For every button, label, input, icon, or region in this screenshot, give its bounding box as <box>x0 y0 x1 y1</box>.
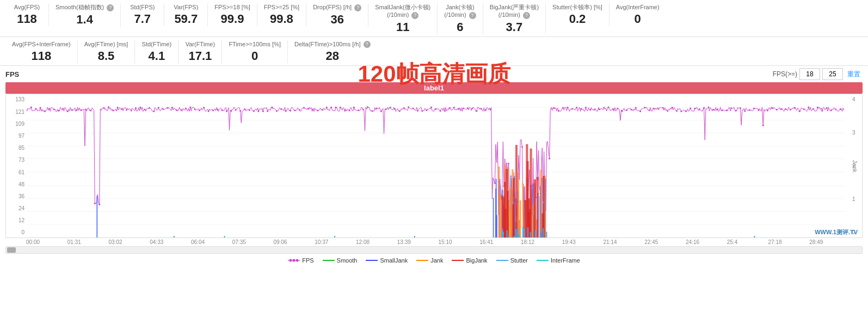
stat2-label-2: Std(FTime) <box>142 40 172 48</box>
svg-point-143 <box>621 111 623 112</box>
stat-label-8: Jank(卡顿)(/10min) ? <box>444 3 476 19</box>
stat2-item-1: Avg(FTime) [ms]8.5 <box>78 40 136 63</box>
smooth-legend-icon <box>323 260 335 261</box>
svg-point-82 <box>344 110 346 112</box>
stat2-value-5: 28 <box>326 49 339 63</box>
svg-point-115 <box>494 182 496 184</box>
svg-point-13 <box>30 107 32 108</box>
svg-point-24 <box>81 109 82 111</box>
stat-label-6: Drop(FPS) [/h] ? <box>313 3 361 11</box>
svg-point-132 <box>571 108 573 110</box>
svg-point-110 <box>471 108 473 109</box>
stat-value-6: 36 <box>330 13 343 27</box>
stat-item-1: Smooth(稳帧指数) ?1.4 <box>49 3 121 27</box>
svg-point-169 <box>740 108 741 109</box>
help-icon-9[interactable]: ? <box>523 12 530 19</box>
fps-header-row: FPS 120帧高清画质 FPS(>=) 重置 <box>0 66 868 82</box>
x-tick-16: 24:16 <box>686 239 727 245</box>
x-tick-3: 04:33 <box>150 239 191 245</box>
stat-item-6: Drop(FPS) [/h] ?36 <box>306 3 368 27</box>
stat-label-7: SmallJank(微小卡顿)(/10min) ? <box>375 3 430 19</box>
help-icon-8[interactable]: ? <box>469 12 476 19</box>
svg-rect-293 <box>517 229 518 238</box>
stat-label-10: Stutter(卡顿率) [%] <box>552 3 602 11</box>
x-tick-8: 12:08 <box>356 239 397 245</box>
legend-label-fps: FPS <box>302 257 313 264</box>
y-tick-left-85: 85 <box>6 145 27 151</box>
reset-button[interactable]: 重置 <box>845 70 863 79</box>
svg-point-102 <box>435 108 436 110</box>
stat2-value-2: 4.1 <box>149 49 165 63</box>
svg-point-33 <box>121 108 123 110</box>
x-tick-2: 03:02 <box>109 239 150 245</box>
svg-point-104 <box>444 111 446 112</box>
scrollbar-thumb[interactable] <box>7 247 16 253</box>
svg-point-81 <box>340 107 341 108</box>
svg-point-183 <box>803 109 805 111</box>
x-tick-5: 07:35 <box>232 239 274 245</box>
fps-input-18[interactable] <box>799 68 820 80</box>
y-tick-left-12: 12 <box>6 217 27 223</box>
svg-point-136 <box>589 109 591 111</box>
svg-point-105 <box>448 107 450 109</box>
x-tick-0: 00:00 <box>26 239 67 245</box>
stat-label-1: Smooth(稳帧指数) ? <box>56 3 114 11</box>
help-icon-1[interactable]: ? <box>107 4 114 11</box>
svg-point-138 <box>599 109 600 111</box>
fps-gte-label: FPS(>=) <box>773 70 797 78</box>
svg-rect-282 <box>508 236 509 238</box>
x-tick-9: 13:39 <box>397 239 439 245</box>
svg-point-137 <box>594 109 596 111</box>
svg-rect-287 <box>522 227 524 238</box>
svg-point-103 <box>440 111 441 112</box>
svg-point-171 <box>749 109 750 111</box>
svg-point-79 <box>330 107 332 108</box>
svg-point-149 <box>649 110 650 112</box>
svg-point-71 <box>294 110 296 112</box>
stat2-label-4: FTime>=100ms [%] <box>229 40 281 48</box>
svg-point-84 <box>353 107 355 108</box>
svg-point-170 <box>744 111 746 112</box>
svg-point-31 <box>112 110 114 112</box>
fps-input-25[interactable] <box>822 68 843 80</box>
stat2-value-3: 17.1 <box>188 49 212 63</box>
svg-point-72 <box>299 109 300 111</box>
x-tick-19: 28:49 <box>809 239 851 245</box>
svg-point-108 <box>462 108 464 109</box>
svg-point-30 <box>108 107 109 108</box>
svg-point-174 <box>762 125 764 126</box>
chart-center-title: 120帧高清画质 <box>358 59 510 89</box>
x-tick-13: 19:43 <box>562 239 604 245</box>
svg-point-21 <box>67 111 69 113</box>
svg-rect-289 <box>543 228 544 237</box>
y-tick-left-36: 36 <box>6 193 27 199</box>
y-tick-left-133: 133 <box>6 96 27 102</box>
svg-point-78 <box>326 107 328 108</box>
help-icon-6[interactable]: ? <box>354 4 361 11</box>
x-tick-6: 09:06 <box>274 239 315 245</box>
svg-point-112 <box>481 108 482 110</box>
svg-point-165 <box>722 110 723 112</box>
svg-point-187 <box>821 110 823 112</box>
svg-point-51 <box>203 107 205 109</box>
svg-rect-260 <box>515 145 518 238</box>
svg-point-99 <box>421 111 423 112</box>
legend-item-jank: Jank <box>416 257 443 264</box>
svg-point-17 <box>48 108 50 110</box>
svg-point-164 <box>717 109 718 111</box>
svg-point-118 <box>508 163 509 165</box>
svg-rect-254 <box>500 194 501 237</box>
svg-rect-279 <box>514 236 515 238</box>
scrollbar[interactable] <box>5 246 863 254</box>
stat-value-11: 0 <box>635 12 641 26</box>
svg-point-32 <box>117 107 119 108</box>
svg-point-100 <box>426 110 428 112</box>
svg-point-166 <box>726 110 728 112</box>
stat-label-4: FPS>=18 [%] <box>214 3 250 11</box>
help-icon-7[interactable]: ? <box>411 12 418 19</box>
svg-point-15 <box>40 107 41 109</box>
legend-label-stutter: Stutter <box>510 257 528 264</box>
stat-item-9: BigJank(严重卡顿)(/10min) ?3.7 <box>483 3 546 34</box>
help2-icon-5[interactable]: ? <box>364 41 371 48</box>
stat-item-2: Std(FPS)7.7 <box>121 3 164 26</box>
